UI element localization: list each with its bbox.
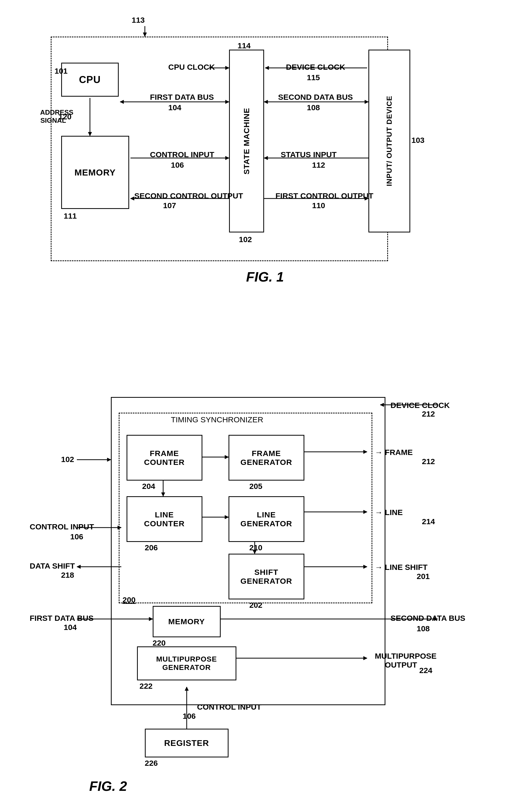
first-data-bus-label: FIRST DATA BUS (150, 93, 214, 102)
label-101: 101 (55, 67, 68, 75)
cpu-block: CPU (61, 63, 119, 97)
second-data-bus-label-fig2: SECOND DATA BUS (391, 614, 465, 623)
label-115: 115 (307, 73, 320, 82)
shift-generator-block: SHIFTGENERATOR (228, 554, 304, 599)
control-input-label-fig1: CONTROL INPUT (150, 150, 214, 159)
label-220: 220 (153, 639, 166, 648)
label-110: 110 (312, 201, 325, 210)
label-204: 204 (142, 482, 155, 491)
label-106-fig1: 106 (171, 161, 184, 170)
label-210: 210 (249, 543, 263, 552)
label-218: 218 (61, 571, 74, 580)
io-device-block: INPUT/ OUTPUT DEVICE (368, 49, 410, 232)
multipurpose-generator-block: MULTIPURPOSEGENERATOR (137, 647, 236, 680)
label-107: 107 (163, 201, 176, 210)
label-106b: 106 (183, 712, 196, 721)
line-shift-label: → LINE SHIFT (375, 563, 428, 572)
label-226: 226 (145, 759, 158, 768)
control-input-label-fig2: CONTROL INPUT (30, 522, 94, 531)
memory-block-fig1: MEMORY (61, 136, 129, 209)
label-103: 103 (412, 136, 424, 145)
line-generator-block: LINEGENERATOR (228, 496, 304, 542)
data-shift-label: DATA SHIFT (30, 562, 75, 570)
label-108-fig1: 108 (307, 103, 320, 112)
fig2-title: FIG. 2 (30, 778, 187, 794)
label-114: 114 (238, 41, 251, 50)
label-111: 111 (64, 212, 77, 220)
second-data-bus-label: SECOND DATA BUS (278, 93, 353, 102)
label-212-frame: 212 (422, 457, 435, 466)
cpu-clock-label: CPU CLOCK (168, 63, 215, 72)
label-102-fig1: 102 (239, 235, 252, 244)
label-201: 201 (417, 572, 430, 581)
timing-synchronizer-label: TIMING SYNCHRONIZER (171, 415, 263, 424)
fig1-title: FIG. 1 (30, 269, 500, 285)
first-control-output-label: FIRST CONTROL OUTPUT (276, 191, 373, 200)
svg-marker-25 (107, 458, 111, 462)
label-222: 222 (140, 682, 153, 691)
label-212-top: 212 (422, 409, 435, 418)
label-104-fig1: 104 (168, 103, 181, 112)
svg-marker-1 (143, 33, 147, 37)
first-data-bus-label-fig2: FIRST DATA BUS (30, 614, 94, 623)
label-112: 112 (312, 161, 325, 170)
label-206: 206 (145, 543, 158, 552)
label-113: 113 (132, 16, 145, 25)
label-214: 214 (422, 517, 435, 526)
frame-output-label: → FRAME (375, 448, 413, 457)
label-200: 200 (123, 595, 136, 604)
fig1-diagram: 113 CPU 101 STATE MACHINE 114 102 MEMORY… (30, 11, 500, 350)
frame-counter-block: FRAMECOUNTER (127, 435, 203, 481)
register-block: REGISTER (145, 729, 228, 757)
label-202: 202 (249, 601, 263, 610)
label-108-fig2: 108 (417, 624, 430, 633)
label-104-fig2: 104 (64, 623, 77, 632)
svg-marker-41 (77, 565, 81, 569)
line-counter-block: LINECOUNTER (127, 496, 203, 542)
fig2-diagram: TIMING SYNCHRONIZER FRAMECOUNTER 204 FRA… (30, 371, 500, 812)
frame-generator-block: FRAMEGENERATOR (228, 435, 304, 481)
label-205: 205 (249, 482, 263, 491)
status-input-label: STATUS INPUT (281, 150, 337, 159)
label-102-fig2: 102 (61, 455, 74, 464)
label-120: 120 (59, 112, 72, 121)
memory-block-fig2: MEMORY (153, 606, 221, 637)
device-clock-label-fig2: DEVICE CLOCK (391, 401, 450, 410)
device-clock-label: DEVICE CLOCK (286, 63, 345, 72)
second-control-output-label: SECOND CONTROL OUTPUT (135, 191, 243, 200)
label-106-fig2: 106 (70, 532, 83, 541)
control-input-bottom-label: CONTROL INPUT (197, 702, 262, 711)
line-output-label: → LINE (375, 508, 403, 517)
state-machine-block: STATE MACHINE (229, 49, 264, 232)
label-224: 224 (419, 666, 432, 675)
